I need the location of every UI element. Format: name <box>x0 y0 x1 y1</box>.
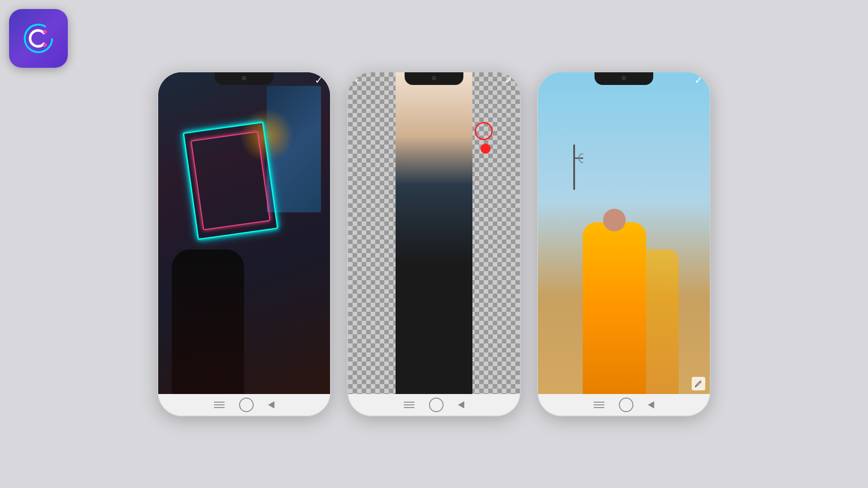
home-circle-button2[interactable] <box>429 398 443 412</box>
phone1-screen: ✓ <box>158 72 330 394</box>
phone1-checkmark[interactable]: ✓ <box>315 75 323 86</box>
phone-3: ✓ <box>538 72 710 416</box>
phone3-header: ✓ <box>538 72 710 89</box>
home-line <box>594 407 604 408</box>
p1-woman-figure <box>172 249 244 394</box>
phone2-home-bar <box>348 394 520 416</box>
phone3-checkmark[interactable]: ✓ <box>694 75 703 86</box>
phone2-checkmark[interactable]: ✓ <box>505 75 513 86</box>
phone1-image-area <box>158 72 330 394</box>
neon-frame-inner <box>191 131 270 230</box>
phone3-screen: ✓ <box>538 72 710 394</box>
phone1-home-bar <box>158 394 330 416</box>
phone3-image-area <box>538 72 710 394</box>
red-dot-indicator <box>481 144 491 154</box>
home-lines-icon3 <box>594 402 604 408</box>
basketball-hoop-icon <box>565 145 583 190</box>
home-line <box>594 402 604 403</box>
yellow-person-main <box>583 222 646 394</box>
home-back-arrow[interactable] <box>268 401 274 408</box>
phone3-home-bar <box>538 394 710 416</box>
svg-point-2 <box>43 43 47 47</box>
home-line <box>594 404 604 405</box>
pencil-icon[interactable] <box>692 377 705 390</box>
home-lines-icon <box>214 402 225 408</box>
home-back-arrow3[interactable] <box>648 401 654 408</box>
p2-woman-figure <box>396 72 472 394</box>
app-logo <box>9 9 68 68</box>
home-line <box>404 407 415 408</box>
home-lines-icon2 <box>404 402 415 408</box>
phone2-screen: ‹ ✓ Size 20 <box>348 72 520 394</box>
home-line <box>214 407 225 408</box>
svg-point-1 <box>43 30 47 34</box>
phone1-header: ✓ <box>158 72 330 89</box>
home-line <box>214 404 225 405</box>
svg-point-0 <box>25 25 52 52</box>
phone-2: ‹ ✓ Size 20 <box>348 72 520 416</box>
phone2-back-arrow[interactable]: ‹ <box>355 74 359 87</box>
home-circle-button[interactable] <box>239 398 254 412</box>
home-line <box>404 404 415 405</box>
home-back-arrow2[interactable] <box>458 401 464 408</box>
phone2-header: ‹ ✓ <box>348 72 520 89</box>
red-circle-indicator <box>475 122 493 140</box>
home-line <box>214 402 225 403</box>
home-circle-button3[interactable] <box>619 398 633 412</box>
phone-1: ✓ <box>158 72 330 416</box>
home-line <box>404 402 415 403</box>
phones-container: ✓ <box>158 72 710 416</box>
checker-background <box>348 72 520 394</box>
